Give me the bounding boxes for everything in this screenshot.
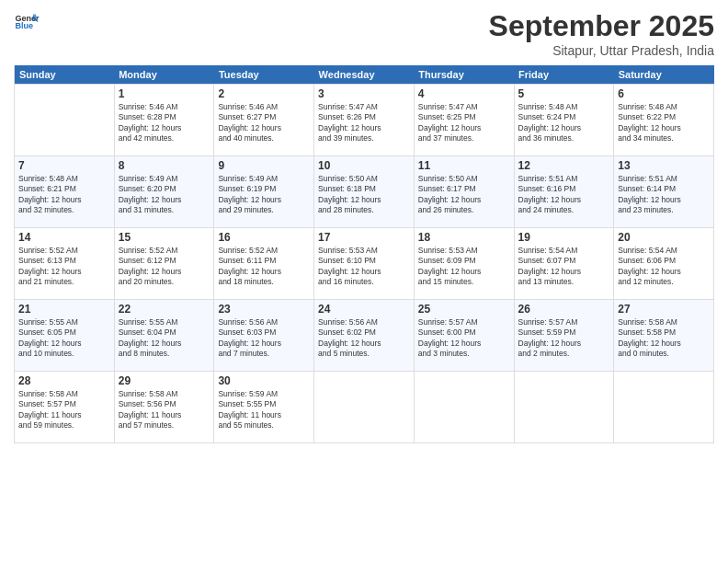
calendar-cell: 9Sunrise: 5:49 AM Sunset: 6:19 PM Daylig… (214, 156, 314, 228)
calendar-cell: 10Sunrise: 5:50 AM Sunset: 6:18 PM Dayli… (314, 156, 415, 228)
day-number: 21 (18, 303, 110, 316)
calendar-cell: 5Sunrise: 5:48 AM Sunset: 6:24 PM Daylig… (514, 85, 614, 156)
day-number: 17 (318, 231, 410, 244)
day-info: Sunrise: 5:52 AM Sunset: 6:11 PM Dayligh… (218, 246, 310, 288)
day-number: 12 (518, 159, 610, 172)
calendar-cell: 23Sunrise: 5:56 AM Sunset: 6:03 PM Dayli… (214, 300, 314, 372)
day-number: 18 (418, 231, 510, 244)
day-info: Sunrise: 5:56 AM Sunset: 6:02 PM Dayligh… (318, 317, 410, 360)
calendar-cell (614, 372, 714, 443)
day-info: Sunrise: 5:51 AM Sunset: 6:14 PM Dayligh… (618, 174, 710, 216)
calendar-cell: 11Sunrise: 5:50 AM Sunset: 6:17 PM Dayli… (414, 156, 514, 228)
day-info: Sunrise: 5:46 AM Sunset: 6:27 PM Dayligh… (218, 102, 310, 144)
day-info: Sunrise: 5:50 AM Sunset: 6:18 PM Dayligh… (318, 174, 410, 216)
day-number: 28 (18, 374, 110, 387)
day-info: Sunrise: 5:54 AM Sunset: 6:07 PM Dayligh… (518, 246, 610, 288)
day-info: Sunrise: 5:57 AM Sunset: 5:59 PM Dayligh… (518, 317, 610, 360)
week-row-2: 14Sunrise: 5:52 AM Sunset: 6:13 PM Dayli… (15, 228, 714, 300)
day-info: Sunrise: 5:56 AM Sunset: 6:03 PM Dayligh… (218, 317, 310, 360)
weekday-header-thursday: Thursday (414, 65, 514, 85)
day-number: 11 (418, 159, 510, 172)
day-info: Sunrise: 5:57 AM Sunset: 6:00 PM Dayligh… (418, 317, 510, 360)
day-number: 23 (218, 303, 310, 316)
day-number: 10 (318, 159, 410, 172)
day-info: Sunrise: 5:59 AM Sunset: 5:55 PM Dayligh… (218, 389, 310, 431)
calendar-cell: 26Sunrise: 5:57 AM Sunset: 5:59 PM Dayli… (514, 300, 614, 372)
day-number: 20 (618, 231, 710, 244)
day-number: 29 (119, 374, 210, 387)
calendar-cell (314, 372, 415, 443)
day-info: Sunrise: 5:48 AM Sunset: 6:21 PM Dayligh… (18, 174, 110, 216)
day-number: 5 (518, 87, 610, 100)
calendar-cell: 21Sunrise: 5:55 AM Sunset: 6:05 PM Dayli… (15, 300, 115, 372)
day-info: Sunrise: 5:52 AM Sunset: 6:12 PM Dayligh… (119, 246, 210, 288)
day-number: 14 (18, 231, 110, 244)
day-info: Sunrise: 5:55 AM Sunset: 6:05 PM Dayligh… (18, 317, 110, 360)
day-info: Sunrise: 5:53 AM Sunset: 6:09 PM Dayligh… (418, 246, 510, 288)
day-number: 7 (18, 159, 110, 172)
weekday-header-wednesday: Wednesday (314, 65, 415, 85)
day-number: 22 (119, 303, 210, 316)
day-number: 15 (119, 231, 210, 244)
calendar-cell: 2Sunrise: 5:46 AM Sunset: 6:27 PM Daylig… (214, 85, 314, 156)
day-number: 26 (518, 303, 610, 316)
day-number: 4 (418, 87, 510, 100)
weekday-header-monday: Monday (114, 65, 214, 85)
calendar-table: SundayMondayTuesdayWednesdayThursdayFrid… (14, 65, 714, 443)
calendar-cell: 3Sunrise: 5:47 AM Sunset: 6:26 PM Daylig… (314, 85, 415, 156)
weekday-header-sunday: Sunday (15, 65, 115, 85)
header: General Blue September 2025 Sitapur, Utt… (14, 9, 714, 58)
calendar-cell: 19Sunrise: 5:54 AM Sunset: 6:07 PM Dayli… (514, 228, 614, 300)
calendar-cell: 18Sunrise: 5:53 AM Sunset: 6:09 PM Dayli… (414, 228, 514, 300)
day-info: Sunrise: 5:54 AM Sunset: 6:06 PM Dayligh… (618, 246, 710, 288)
day-info: Sunrise: 5:49 AM Sunset: 6:20 PM Dayligh… (119, 174, 210, 216)
calendar-cell: 22Sunrise: 5:55 AM Sunset: 6:04 PM Dayli… (114, 300, 214, 372)
week-row-0: 1Sunrise: 5:46 AM Sunset: 6:28 PM Daylig… (15, 85, 714, 156)
day-info: Sunrise: 5:53 AM Sunset: 6:10 PM Dayligh… (318, 246, 410, 288)
calendar-cell (514, 372, 614, 443)
calendar-cell: 27Sunrise: 5:58 AM Sunset: 5:58 PM Dayli… (614, 300, 714, 372)
calendar-cell: 28Sunrise: 5:58 AM Sunset: 5:57 PM Dayli… (15, 372, 115, 443)
calendar-cell: 12Sunrise: 5:51 AM Sunset: 6:16 PM Dayli… (514, 156, 614, 228)
day-number: 1 (119, 87, 210, 100)
calendar-cell: 7Sunrise: 5:48 AM Sunset: 6:21 PM Daylig… (15, 156, 115, 228)
weekday-header-saturday: Saturday (614, 65, 714, 85)
weekday-header-tuesday: Tuesday (214, 65, 314, 85)
day-number: 9 (218, 159, 310, 172)
week-row-1: 7Sunrise: 5:48 AM Sunset: 6:21 PM Daylig… (15, 156, 714, 228)
day-info: Sunrise: 5:52 AM Sunset: 6:13 PM Dayligh… (18, 246, 110, 288)
svg-text:Blue: Blue (15, 21, 33, 30)
calendar-cell (414, 372, 514, 443)
day-info: Sunrise: 5:48 AM Sunset: 6:22 PM Dayligh… (618, 102, 710, 144)
weekday-header-friday: Friday (514, 65, 614, 85)
day-info: Sunrise: 5:58 AM Sunset: 5:58 PM Dayligh… (618, 317, 710, 360)
calendar-cell: 25Sunrise: 5:57 AM Sunset: 6:00 PM Dayli… (414, 300, 514, 372)
day-number: 24 (318, 303, 410, 316)
day-number: 16 (218, 231, 310, 244)
calendar-cell: 8Sunrise: 5:49 AM Sunset: 6:20 PM Daylig… (114, 156, 214, 228)
title-block: September 2025 Sitapur, Uttar Pradesh, I… (489, 9, 714, 58)
calendar-cell: 14Sunrise: 5:52 AM Sunset: 6:13 PM Dayli… (15, 228, 115, 300)
day-number: 8 (119, 159, 210, 172)
logo: General Blue (14, 9, 40, 35)
day-number: 6 (618, 87, 710, 100)
calendar-cell: 17Sunrise: 5:53 AM Sunset: 6:10 PM Dayli… (314, 228, 415, 300)
calendar-cell: 4Sunrise: 5:47 AM Sunset: 6:25 PM Daylig… (414, 85, 514, 156)
month-title: September 2025 (489, 9, 714, 43)
day-info: Sunrise: 5:47 AM Sunset: 6:26 PM Dayligh… (318, 102, 410, 144)
weekday-header-row: SundayMondayTuesdayWednesdayThursdayFrid… (15, 65, 714, 85)
day-info: Sunrise: 5:58 AM Sunset: 5:56 PM Dayligh… (119, 389, 210, 431)
calendar-cell: 6Sunrise: 5:48 AM Sunset: 6:22 PM Daylig… (614, 85, 714, 156)
day-info: Sunrise: 5:50 AM Sunset: 6:17 PM Dayligh… (418, 174, 510, 216)
calendar-cell: 24Sunrise: 5:56 AM Sunset: 6:02 PM Dayli… (314, 300, 415, 372)
day-info: Sunrise: 5:58 AM Sunset: 5:57 PM Dayligh… (18, 389, 110, 431)
week-row-4: 28Sunrise: 5:58 AM Sunset: 5:57 PM Dayli… (15, 372, 714, 443)
calendar-cell (15, 85, 115, 156)
calendar-cell: 16Sunrise: 5:52 AM Sunset: 6:11 PM Dayli… (214, 228, 314, 300)
calendar-cell: 13Sunrise: 5:51 AM Sunset: 6:14 PM Dayli… (614, 156, 714, 228)
day-info: Sunrise: 5:47 AM Sunset: 6:25 PM Dayligh… (418, 102, 510, 144)
calendar-cell: 1Sunrise: 5:46 AM Sunset: 6:28 PM Daylig… (114, 85, 214, 156)
week-row-3: 21Sunrise: 5:55 AM Sunset: 6:05 PM Dayli… (15, 300, 714, 372)
day-number: 3 (318, 87, 410, 100)
calendar-cell: 30Sunrise: 5:59 AM Sunset: 5:55 PM Dayli… (214, 372, 314, 443)
